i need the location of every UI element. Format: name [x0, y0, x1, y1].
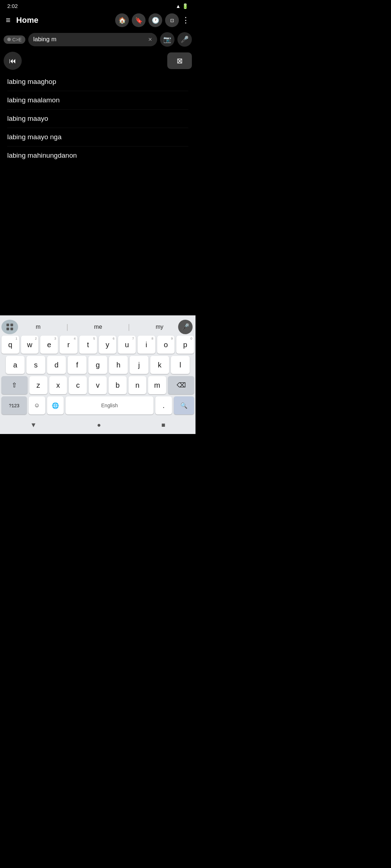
key-i[interactable]: i8 — [138, 336, 155, 354]
key-o[interactable]: o9 — [157, 336, 175, 354]
key-row-3: ⇧ z x c v b n m ⌫ — [1, 376, 194, 394]
word-suggestion-m[interactable]: m — [32, 322, 44, 332]
key-d[interactable]: d — [47, 356, 66, 374]
emoji-key[interactable]: ☺ — [29, 396, 45, 414]
battery-icon: 🔋 — [182, 3, 188, 9]
key-b[interactable]: b — [109, 376, 127, 394]
svg-rect-2 — [7, 328, 9, 330]
nav-recents-button[interactable]: ■ — [161, 421, 165, 429]
key-m[interactable]: m — [148, 376, 166, 394]
keyboard: m | me | my 🎤 q1 w2 e3 r4 t5 y6 u7 i8 o9… — [0, 315, 196, 416]
suggestions-list: labing maaghop labing maalamon labing ma… — [0, 73, 196, 165]
app-bar: ≡ Home 🏠 🔖 🕐 ⊡ ⋮ — [0, 10, 196, 30]
mic-search-button[interactable]: 🎤 — [177, 32, 192, 47]
key-h[interactable]: h — [109, 356, 128, 374]
key-x[interactable]: x — [49, 376, 67, 394]
key-w[interactable]: w2 — [21, 336, 39, 354]
key-q[interactable]: q1 — [1, 336, 19, 354]
signal-icon: ▲ — [176, 3, 181, 9]
more-options-icon[interactable]: ⋮ — [182, 16, 190, 25]
svg-rect-0 — [7, 324, 9, 326]
status-bar: 2:02 ▲ 🔋 — [0, 0, 196, 10]
key-c[interactable]: c — [69, 376, 87, 394]
search-input[interactable]: labing m — [33, 36, 146, 43]
hamburger-menu-icon[interactable]: ≡ — [6, 16, 10, 25]
search-row: C>E labing m × 📷 🎤 — [0, 30, 196, 49]
toggle-dot — [7, 38, 11, 41]
search-box: labing m × — [28, 33, 157, 46]
lang-toggle-label: C>E — [12, 37, 22, 42]
key-row-1: q1 w2 e3 r4 t5 y6 u7 i8 o9 p0 — [1, 336, 194, 354]
key-v[interactable]: v — [89, 376, 107, 394]
history-button[interactable]: 🕐 — [148, 13, 162, 27]
app-title: Home — [16, 16, 109, 25]
delete-key[interactable]: ⌫ — [168, 376, 194, 394]
suggestion-text: labing maayo nga — [7, 133, 62, 141]
key-n[interactable]: n — [129, 376, 147, 394]
key-s[interactable]: s — [26, 356, 45, 374]
key-row-bottom: ?123 ☺ 🌐 English . 🔍 — [1, 396, 194, 414]
dark-filler — [0, 165, 196, 237]
stop-icon: ⊠ — [177, 56, 183, 65]
num-sym-key[interactable]: ?123 — [1, 396, 27, 414]
svg-rect-3 — [10, 328, 13, 330]
key-p[interactable]: p0 — [176, 336, 194, 354]
suggestion-text: labing maayo — [7, 115, 48, 122]
suggestion-item[interactable]: labing mahinungdanon — [7, 146, 188, 165]
word-suggestions-row: m | me | my 🎤 — [0, 318, 196, 336]
key-rows: q1 w2 e3 r4 t5 y6 u7 i8 o9 p0 a s d f g … — [0, 336, 196, 416]
key-e[interactable]: e3 — [40, 336, 58, 354]
mic-icon: 🎤 — [181, 323, 189, 331]
camera-search-button[interactable]: 📷 — [160, 32, 175, 47]
suggestion-text: labing mahinungdanon — [7, 152, 77, 159]
search-key[interactable]: 🔍 — [174, 396, 194, 414]
bookmark-button[interactable]: 🔖 — [132, 13, 146, 27]
key-g[interactable]: g — [88, 356, 107, 374]
word-suggestion-me[interactable]: me — [91, 322, 106, 332]
key-z[interactable]: z — [29, 376, 47, 394]
tabs-icon: ⊡ — [170, 18, 174, 23]
language-toggle[interactable]: C>E — [4, 35, 25, 44]
app-bar-actions: 🏠 🔖 🕐 ⊡ ⋮ — [115, 13, 190, 27]
word-suggestion-my[interactable]: my — [152, 322, 167, 332]
media-prev-button[interactable]: ⏮ — [4, 52, 22, 70]
key-row-2: a s d f g h j k l — [1, 356, 194, 374]
word-suggestions: m | me | my — [21, 322, 178, 332]
suggestion-item[interactable]: labing maalamon — [7, 91, 188, 110]
suggestion-text: labing maaghop — [7, 78, 56, 85]
key-f[interactable]: f — [68, 356, 87, 374]
key-u[interactable]: u7 — [118, 336, 136, 354]
key-k[interactable]: k — [150, 356, 169, 374]
key-j[interactable]: j — [130, 356, 148, 374]
keyboard-mic-button[interactable]: 🎤 — [178, 320, 193, 334]
svg-rect-1 — [10, 324, 13, 326]
search-clear-button[interactable]: × — [148, 36, 152, 43]
keyboard-grid-button[interactable] — [1, 320, 18, 334]
space-key[interactable]: English — [66, 396, 154, 414]
nav-back-button[interactable]: ▼ — [30, 421, 37, 429]
media-stop-button[interactable]: ⊠ — [167, 52, 192, 69]
key-r[interactable]: r4 — [60, 336, 77, 354]
suggestion-text: labing maalamon — [7, 96, 60, 104]
key-l[interactable]: l — [171, 356, 190, 374]
suggestion-item[interactable]: labing maayo — [7, 110, 188, 128]
tabs-button[interactable]: ⊡ — [165, 13, 179, 27]
nav-home-button[interactable]: ● — [97, 421, 101, 429]
period-key[interactable]: . — [155, 396, 172, 414]
key-t[interactable]: t5 — [79, 336, 97, 354]
nav-bar: ▼ ● ■ — [0, 416, 196, 434]
key-y[interactable]: y6 — [99, 336, 117, 354]
shift-key[interactable]: ⇧ — [1, 376, 28, 394]
globe-key[interactable]: 🌐 — [47, 396, 64, 414]
suggestion-item[interactable]: labing maaghop — [7, 73, 188, 91]
prev-icon: ⏮ — [9, 57, 16, 65]
status-icons: ▲ 🔋 — [176, 3, 188, 9]
home-button[interactable]: 🏠 — [115, 13, 129, 27]
media-controls-row: ⏮ ⊠ — [0, 49, 196, 73]
suggestion-item[interactable]: labing maayo nga — [7, 128, 188, 146]
key-a[interactable]: a — [6, 356, 25, 374]
status-time: 2:02 — [7, 3, 18, 9]
